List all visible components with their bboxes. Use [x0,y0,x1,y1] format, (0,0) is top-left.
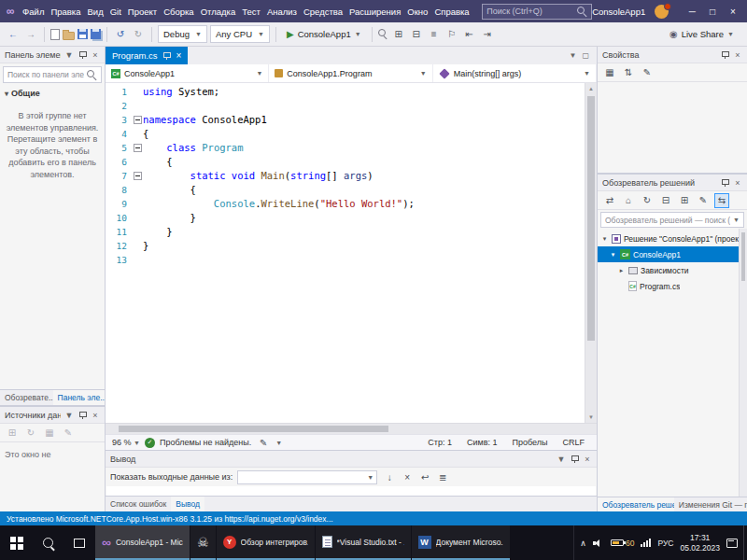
menu-item[interactable]: Тест [240,4,263,20]
pin-icon[interactable] [78,50,87,60]
hidden-icons-chevron-icon[interactable]: ∧ [580,539,586,548]
output-source-combo[interactable]: ▼ [237,470,377,484]
health-check-icon[interactable]: ✓ [145,438,155,448]
right-dock-tab[interactable]: Обозреватель реше... [598,497,674,511]
pin-icon[interactable] [721,50,729,60]
tab-close-icon[interactable]: × [176,50,182,61]
new-file-icon[interactable] [50,29,60,40]
menu-item[interactable]: Справка [432,4,472,20]
find-in-files-icon[interactable] [378,29,388,39]
window-menu-icon[interactable]: ▼ [557,455,566,464]
menu-item[interactable]: Проект [125,4,159,20]
column-indicator[interactable]: Симв: 1 [467,438,498,447]
volume-icon[interactable] [593,539,604,548]
taskbar-clock[interactable]: 17:31 05.02.2023 [680,533,720,553]
undo-icon[interactable]: ↺ [113,27,128,42]
taskbar-app-button[interactable]: ☠ [190,525,216,560]
action-center-icon[interactable] [726,539,738,548]
tree-item[interactable]: ▸Зависимости [598,262,747,278]
live-share-button[interactable]: ◉ Live Share ▼ [669,29,734,39]
vertical-scrollbar-thumb[interactable] [587,96,595,341]
pin-icon[interactable] [78,411,87,420]
save-icon[interactable] [78,29,88,39]
menu-item[interactable]: Отладка [198,4,238,20]
spaces-indicator[interactable]: Пробелы [513,438,548,447]
panel-scrollbar[interactable] [739,229,747,497]
taskbar-search-button[interactable] [32,525,63,560]
toolbox-tab[interactable]: Панель эле... [53,390,105,405]
sync-with-active-document-icon[interactable]: ⇆ [714,193,729,208]
chevron-expanded-icon[interactable]: ▾ [600,235,609,243]
user-avatar[interactable] [655,5,669,19]
horizontal-scrollbar-thumb[interactable] [119,426,388,432]
code-area[interactable]: 1using System;23namespace ConsoleApp14{5… [106,85,585,423]
tree-item[interactable]: ▾Решение "ConsoleApp1" (проекты: 1 из 1) [598,231,747,246]
maximize-button[interactable]: □ [702,0,723,22]
output-body[interactable] [106,486,596,496]
project-dropdown[interactable]: C# ConsoleApp1 ▼ [106,64,269,82]
close-icon[interactable]: × [733,50,742,60]
open-folder-icon[interactable] [63,32,75,40]
collapse-all-icon[interactable]: ⊟ [658,193,673,208]
class-dropdown[interactable]: ConsoleApp1.Program ▼ [269,64,432,82]
bookmark-icon[interactable]: ⚐ [444,27,459,42]
tab-program-cs[interactable]: Program.cs × [106,47,188,64]
close-button[interactable]: × [723,0,743,22]
refresh-icon[interactable]: ↻ [23,426,38,441]
redo-icon[interactable]: ↻ [131,27,146,42]
menu-item[interactable]: Анализ [264,4,299,20]
menu-item[interactable]: Сборка [162,4,197,20]
menu-item[interactable]: Средства [301,4,345,20]
menu-item[interactable]: Git [107,4,123,20]
window-menu-icon[interactable]: ▼ [64,411,74,420]
chevron-expanded-icon[interactable]: ▾ [609,251,617,259]
pin-icon[interactable] [721,178,729,188]
messages-list-icon[interactable]: ≣ [435,469,450,484]
show-desktop-button[interactable] [743,525,747,560]
taskbar-app-button[interactable]: ∞ConsoleApp1 - Mic... [95,525,190,560]
quick-search-box[interactable]: Поиск (Ctrl+Q) [482,4,592,20]
home-icon[interactable]: ⌂ [621,193,636,208]
minimize-button[interactable]: ─ [682,0,702,22]
line-indicator[interactable]: Стр: 1 [428,438,452,447]
menu-item[interactable]: Файл [21,4,47,20]
breakpoints-window-icon[interactable]: ⊟ [409,27,424,42]
show-all-files-icon[interactable]: ⊞ [677,193,692,208]
tree-item[interactable]: C#Program.cs [598,278,747,294]
tree-item[interactable]: ▾C#ConsoleApp1 [598,246,747,262]
clear-all-icon[interactable]: × [400,469,415,484]
collapse-region-icon[interactable] [134,116,142,124]
taskbar-app-button[interactable]: *Visual Studio.txt - ... [316,525,411,560]
close-icon[interactable]: × [733,178,742,188]
edit-icon[interactable]: ✎ [61,426,76,441]
line-ending-indicator[interactable]: CRLF [562,438,585,447]
properties-icon[interactable]: ✎ [696,193,711,208]
toolbox-group-general[interactable]: ▾ Общие [0,86,105,101]
alphabetical-icon[interactable]: ⇅ [621,65,636,80]
menu-item[interactable]: Окно [405,4,430,20]
bottom-panel-tab[interactable]: Вывод [171,497,204,511]
close-icon[interactable]: × [91,50,100,60]
start-debugging-button[interactable]: ▶ ConsoleApp1 ▼ [282,25,366,44]
code-cleanup-icon[interactable]: ✎ [256,435,271,450]
start-button[interactable] [0,525,32,560]
save-all-icon[interactable] [91,29,101,39]
toolbox-tab[interactable]: Обозревате... [0,390,53,405]
property-pages-icon[interactable]: ✎ [640,65,655,80]
tab-pin-icon[interactable] [162,51,171,61]
right-dock-tab[interactable]: Изменения Git — п... [674,497,747,511]
panel-scrollbar-thumb[interactable] [741,232,745,281]
active-files-icon[interactable]: ▼ [570,51,577,60]
taskbar-app-button[interactable]: WДокумент Microso... [412,525,510,560]
solution-search-box[interactable]: Обозреватель решений — поиск (Ctrl+;) ▼ [600,212,744,228]
scroll-up-icon[interactable]: ▲ [585,83,597,94]
menu-item[interactable]: Правка [49,4,83,20]
collapse-region-icon[interactable] [134,172,142,180]
vertical-scrollbar[interactable]: ▲ ▼ [585,83,597,423]
scroll-down-icon[interactable]: ▼ [585,412,597,423]
taskbar-app-button[interactable]: YОбзор интегриров... [217,525,315,560]
toggle-word-wrap-icon[interactable]: ↩ [417,469,432,484]
network-icon[interactable] [641,539,651,547]
decrease-indent-icon[interactable]: ⇤ [462,27,477,42]
configure-icon[interactable]: ▦ [42,426,57,441]
